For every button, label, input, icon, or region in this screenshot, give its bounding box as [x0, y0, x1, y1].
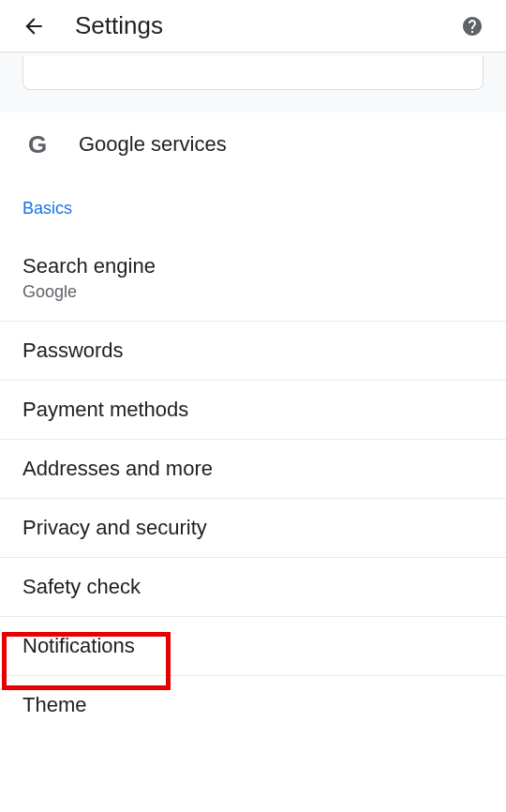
payment-methods-label: Payment methods — [22, 398, 484, 422]
addresses-item[interactable]: Addresses and more — [0, 440, 506, 499]
search-engine-label: Search engine — [22, 254, 484, 278]
content-area: G Google services Basics Search engine G… — [0, 53, 506, 734]
passwords-label: Passwords — [22, 338, 484, 363]
theme-item[interactable]: Theme — [0, 676, 506, 734]
help-icon — [461, 15, 484, 38]
privacy-security-item[interactable]: Privacy and security — [0, 499, 506, 558]
notifications-label: Notifications — [22, 634, 484, 658]
account-card-bottom[interactable] — [22, 56, 484, 90]
theme-label: Theme — [22, 693, 484, 717]
privacy-security-label: Privacy and security — [22, 516, 484, 540]
payment-methods-item[interactable]: Payment methods — [0, 381, 506, 440]
back-button[interactable] — [15, 8, 52, 45]
notifications-item[interactable]: Notifications — [0, 617, 506, 676]
addresses-label: Addresses and more — [22, 457, 484, 481]
section-header-basics: Basics — [0, 176, 506, 233]
arrow-back-icon — [22, 14, 46, 38]
app-header: Settings — [0, 0, 506, 53]
google-g-icon: G — [22, 129, 52, 159]
page-title: Settings — [75, 11, 454, 40]
search-engine-sublabel: Google — [22, 282, 484, 302]
settings-list: G Google services Basics Search engine G… — [0, 113, 506, 734]
safety-check-label: Safety check — [22, 575, 484, 599]
google-services-label: Google services — [79, 132, 227, 157]
help-button[interactable] — [454, 8, 491, 45]
search-engine-item[interactable]: Search engine Google — [0, 233, 506, 322]
google-services-item[interactable]: G Google services — [0, 113, 506, 176]
passwords-item[interactable]: Passwords — [0, 322, 506, 381]
safety-check-item[interactable]: Safety check — [0, 558, 506, 617]
